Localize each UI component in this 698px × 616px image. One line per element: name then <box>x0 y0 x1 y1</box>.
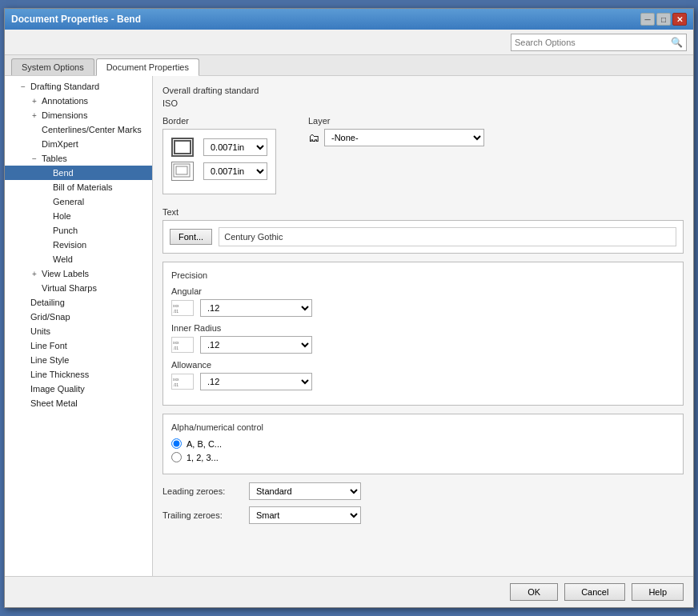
svg-text:.01: .01 <box>173 346 179 350</box>
sidebar-item-image-quality[interactable]: Image Quality <box>5 382 152 396</box>
layer-section: Layer 🗂 -None- <box>308 116 484 202</box>
angular-dropdown[interactable]: .12 .123 .1234 <box>200 299 312 317</box>
alpha-option-2-label: 1, 2, 3... <box>187 453 219 462</box>
leading-zeroes-dropdown[interactable]: Standard Show Remove <box>249 482 361 500</box>
border-layer-section: Border 0.0071in <box>162 116 684 202</box>
inner-radius-icon: xxx .01 <box>171 337 194 353</box>
sidebar-item-tables[interactable]: − Tables <box>5 151 152 166</box>
allowance-icon: xxx .01 <box>171 374 194 390</box>
sidebar-item-units[interactable]: Units <box>5 324 152 338</box>
sidebar-item-hole[interactable]: Hole <box>5 209 152 223</box>
expander-tables: − <box>29 153 40 164</box>
sidebar-item-line-font[interactable]: Line Font <box>5 338 152 353</box>
expander-line-style <box>18 354 29 366</box>
svg-text:.01: .01 <box>173 309 179 314</box>
sidebar-label-centerlines: Centerlines/Center Marks <box>42 125 149 134</box>
trailing-zeroes-label: Trailing zeroes: <box>162 510 243 520</box>
sidebar-item-centerlines[interactable]: Centerlines/Center Marks <box>5 122 152 137</box>
sidebar-label-line-style: Line Style <box>30 355 149 365</box>
angular-row: xxx .01 .12 .123 .1234 <box>171 299 675 317</box>
text-section-label: Text <box>162 207 684 217</box>
expander-detailing <box>18 297 29 308</box>
sidebar-label-dimensions: Dimensions <box>42 110 149 120</box>
border-section: Border 0.0071in <box>162 116 276 202</box>
svg-text:xxx: xxx <box>173 340 179 345</box>
sidebar-item-sheet-metal[interactable]: Sheet Metal <box>5 396 152 410</box>
overall-drafting-value: ISO <box>162 98 684 108</box>
leading-zeroes-row: Leading zeroes: Standard Show Remove <box>162 482 684 500</box>
layer-label: Layer <box>308 116 484 126</box>
border-outer-dropdown[interactable]: 0.0071in <box>203 138 267 156</box>
expander-bom <box>40 182 51 193</box>
angular-icon: xxx .01 <box>171 300 194 316</box>
sidebar-label-line-thickness: Line Thickness <box>30 370 149 379</box>
expander-hole <box>40 210 51 222</box>
sidebar-label-general: General <box>53 197 149 206</box>
trailing-zeroes-dropdown[interactable]: Smart Show Remove <box>249 506 361 524</box>
window-title: Document Properties - Bend <box>11 14 141 25</box>
layer-dropdown[interactable]: -None- <box>324 129 484 146</box>
sidebar-item-virtual-sharps[interactable]: Virtual Sharps <box>5 281 152 295</box>
border-inner-row: 0.0071in <box>171 162 267 181</box>
search-icon[interactable]: 🔍 <box>671 37 683 48</box>
expander-line-font <box>18 340 29 351</box>
sidebar-label-line-font: Line Font <box>30 341 149 350</box>
sidebar-item-bend[interactable]: Bend <box>5 166 152 180</box>
border-inner-dropdown[interactable]: 0.0071in <box>203 162 267 180</box>
sidebar-item-bom[interactable]: Bill of Materials <box>5 180 152 194</box>
svg-text:xxx: xxx <box>173 377 179 382</box>
precision-label: Precision <box>171 270 675 280</box>
sidebar-item-drafting-standard[interactable]: − Drafting Standard <box>5 79 152 94</box>
search-box: 🔍 <box>511 34 687 51</box>
expander-sheet-metal <box>18 398 29 409</box>
cancel-button[interactable]: Cancel <box>564 583 625 601</box>
content-area: Overall drafting standard ISO Border <box>153 76 693 576</box>
help-button[interactable]: Help <box>632 583 684 601</box>
sidebar-label-dimxpert: DimXpert <box>42 139 149 149</box>
expander-annotations: + <box>29 95 40 106</box>
tab-document-properties[interactable]: Document Properties <box>96 58 199 76</box>
allowance-dropdown[interactable]: .12 .123 .1234 <box>200 373 312 390</box>
alpha-label: Alpha/numerical control <box>171 422 675 432</box>
font-button[interactable]: Font... <box>170 229 212 245</box>
inner-radius-dropdown[interactable]: .12 .123 .1234 <box>200 336 312 354</box>
tab-system-options[interactable]: System Options <box>11 58 94 75</box>
sidebar-item-detailing[interactable]: Detailing <box>5 295 152 310</box>
expander-dimensions: + <box>29 110 40 121</box>
maximize-button[interactable]: □ <box>656 13 671 26</box>
close-button[interactable]: ✕ <box>672 13 687 26</box>
sidebar-item-dimxpert[interactable]: DimXpert <box>5 137 152 151</box>
sidebar-item-revision[interactable]: Revision <box>5 238 152 252</box>
alpha-radio-row-2: 1, 2, 3... <box>171 452 675 462</box>
svg-text:xxx: xxx <box>173 303 179 308</box>
sidebar-item-line-thickness[interactable]: Line Thickness <box>5 367 152 382</box>
minimize-button[interactable]: ─ <box>640 13 655 26</box>
alpha-radio-1[interactable] <box>171 438 182 449</box>
sidebar-item-grid-snap[interactable]: Grid/Snap <box>5 310 152 324</box>
search-input[interactable] <box>515 38 671 47</box>
sidebar-label-view-labels: View Labels <box>42 269 149 278</box>
sidebar-label-annotations: Annotations <box>42 96 149 106</box>
sidebar-item-weld[interactable]: Weld <box>5 252 152 266</box>
sidebar-item-line-style[interactable]: Line Style <box>5 353 152 367</box>
sidebar-item-general[interactable]: General <box>5 194 152 209</box>
toolbar: 🔍 <box>5 30 693 55</box>
alpha-option-1-label: A, B, C... <box>187 439 222 449</box>
sidebar-item-punch[interactable]: Punch <box>5 223 152 238</box>
sidebar-item-view-labels[interactable]: + View Labels <box>5 266 152 281</box>
expander-weld <box>40 254 51 265</box>
sidebar-item-dimensions[interactable]: + Dimensions <box>5 108 152 122</box>
expander-units <box>18 326 29 337</box>
alpha-radio-2[interactable] <box>171 452 182 462</box>
expander-centerlines <box>29 124 40 135</box>
border-panel: 0.0071in 0. <box>162 129 276 194</box>
allowance-label: Allowance <box>171 360 675 370</box>
sidebar-label-virtual-sharps: Virtual Sharps <box>42 283 149 293</box>
sidebar-item-annotations[interactable]: + Annotations <box>5 94 152 108</box>
tabs-bar: System Options Document Properties <box>5 55 693 76</box>
svg-rect-2 <box>176 166 187 174</box>
border-outer-icon <box>171 138 194 157</box>
ok-button[interactable]: OK <box>510 583 558 601</box>
sidebar-label-bend: Bend <box>53 168 149 178</box>
text-row: Font... Century Gothic <box>170 227 676 246</box>
